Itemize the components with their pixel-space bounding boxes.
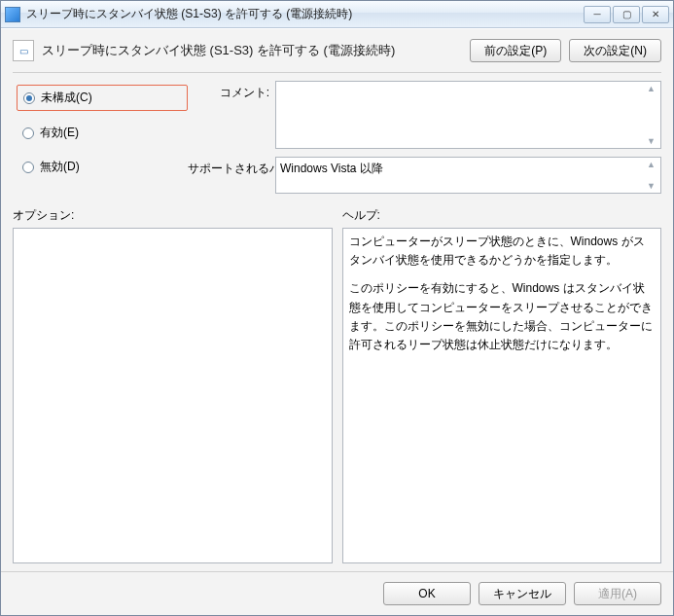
- options-label: オプション:: [13, 207, 333, 224]
- policy-header: ▭ スリープ時にスタンバイ状態 (S1-S3) を許可する (電源接続時) 前の…: [13, 39, 661, 62]
- comment-textarea[interactable]: ▲▼: [275, 81, 661, 149]
- radio-label: 無効(D): [40, 159, 80, 175]
- lower-panels: オプション: ヘルプ: コンピューターがスリープ状態のときに、Windows が…: [13, 207, 661, 563]
- radio-icon: [22, 127, 34, 139]
- help-paragraph: このポリシーを有効にすると、Windows はスタンバイ状態を使用してコンピュー…: [349, 279, 656, 354]
- supported-value: Windows Vista 以降: [280, 162, 383, 175]
- minimize-button[interactable]: ─: [584, 6, 611, 23]
- footer: OK キャンセル 適用(A): [1, 571, 673, 615]
- titlebar: スリープ時にスタンバイ状態 (S1-S3) を許可する (電源接続時) ─ ▢ …: [1, 1, 673, 28]
- supported-field-wrap: Windows Vista 以降 ▲▼: [275, 157, 661, 194]
- scrollbar-icon: ▲▼: [647, 84, 658, 146]
- options-panel[interactable]: [13, 228, 333, 563]
- state-radios: 未構成(C) 有効(E) 無効(D): [13, 81, 188, 194]
- comment-label: コメント:: [188, 81, 275, 149]
- help-column: ヘルプ: コンピューターがスリープ状態のときに、Windows がスタンバイ状態…: [342, 207, 662, 563]
- cancel-button[interactable]: キャンセル: [479, 582, 566, 605]
- next-setting-button[interactable]: 次の設定(N): [569, 39, 661, 62]
- help-paragraph: コンピューターがスリープ状態のときに、Windows がスタンバイ状態を使用でき…: [349, 233, 656, 270]
- radio-label: 未構成(C): [41, 90, 92, 106]
- window-title: スリープ時にスタンバイ状態 (S1-S3) を許可する (電源接続時): [26, 6, 584, 22]
- policy-title: スリープ時にスタンバイ状態 (S1-S3) を許可する (電源接続時): [42, 42, 395, 59]
- help-label: ヘルプ:: [342, 207, 662, 224]
- options-column: オプション:: [13, 207, 333, 563]
- supported-label: サポートされるバージョン:: [188, 157, 275, 194]
- previous-setting-button[interactable]: 前の設定(P): [470, 39, 561, 62]
- scrollbar-icon: ▲▼: [647, 160, 658, 191]
- window-buttons: ─ ▢ ✕: [584, 6, 669, 23]
- supported-textarea: Windows Vista 以降 ▲▼: [275, 157, 661, 194]
- policy-icon: ▭: [13, 40, 34, 61]
- radio-not-configured[interactable]: 未構成(C): [17, 85, 188, 111]
- close-button[interactable]: ✕: [642, 6, 669, 23]
- radio-icon: [23, 92, 35, 104]
- content-area: ▭ スリープ時にスタンバイ状態 (S1-S3) を許可する (電源接続時) 前の…: [1, 28, 673, 571]
- divider: [13, 72, 661, 73]
- radio-disabled[interactable]: 無効(D): [17, 155, 188, 179]
- nav-buttons: 前の設定(P) 次の設定(N): [470, 39, 661, 62]
- maximize-button[interactable]: ▢: [613, 6, 640, 23]
- radio-icon: [22, 162, 34, 173]
- policy-editor-window: スリープ時にスタンバイ状態 (S1-S3) を許可する (電源接続時) ─ ▢ …: [0, 0, 674, 616]
- apply-button: 適用(A): [574, 582, 661, 605]
- radio-label: 有効(E): [40, 125, 79, 141]
- comment-field-wrap: ▲▼: [275, 81, 661, 149]
- upper-grid: 未構成(C) 有効(E) 無効(D) コメント: ▲▼ サポート: [13, 81, 661, 194]
- app-icon: [5, 7, 20, 22]
- help-panel[interactable]: コンピューターがスリープ状態のときに、Windows がスタンバイ状態を使用でき…: [342, 228, 662, 563]
- ok-button[interactable]: OK: [383, 582, 471, 605]
- radio-enabled[interactable]: 有効(E): [17, 121, 188, 145]
